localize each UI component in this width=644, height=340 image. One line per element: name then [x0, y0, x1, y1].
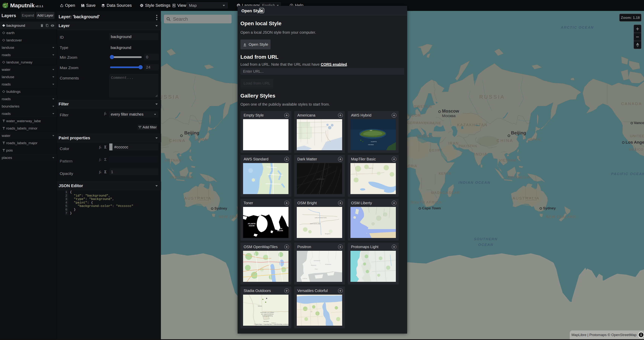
- svg-text:CANADA: CANADA: [621, 101, 642, 106]
- svg-text:KAZAKHSTAN: KAZAKHSTAN: [457, 123, 488, 127]
- svg-text:GERMANY: GERMANY: [407, 121, 426, 125]
- svg-text:PACIFIC OCEAN: PACIFIC OCEAN: [611, 172, 644, 176]
- svg-text:SWEDEN: SWEDEN: [414, 104, 432, 108]
- svg-text:RUSSIA: RUSSIA: [161, 94, 180, 100]
- svg-text:NEW ZEALAND: NEW ZEALAND: [546, 215, 576, 219]
- svg-text:UKRAINE: UKRAINE: [424, 121, 442, 125]
- svg-text:ALBERTA: ALBERTA: [371, 141, 377, 142]
- svg-text:OCEAN: OCEAN: [277, 230, 283, 232]
- svg-text:CHINA: CHINA: [497, 138, 513, 143]
- svg-text:SOUTH AFRICA: SOUTH AFRICA: [411, 200, 442, 204]
- svg-text:GERMANY: GERMANY: [314, 260, 320, 261]
- svg-text:Beijing: Beijing: [184, 130, 199, 135]
- svg-text:ROMANIA: ROMANIA: [325, 264, 331, 265]
- svg-text:Uetliberg: Uetliberg: [271, 322, 276, 324]
- svg-text:Festung Uetliberg: Festung Uetliberg: [262, 315, 273, 317]
- svg-text:AUSTRALIA: AUSTRALIA: [512, 196, 540, 200]
- svg-text:LISBOA: LISBOA: [302, 278, 307, 279]
- svg-text:Moscow: Moscow: [442, 109, 459, 113]
- svg-text:JAPAN: JAPAN: [195, 137, 208, 141]
- svg-text:Cape Town: Cape Town: [422, 206, 441, 210]
- svg-text:ITALY: ITALY: [315, 269, 318, 270]
- svg-text:VIETNAM: VIETNAM: [499, 159, 516, 162]
- svg-text:INDONESIA: INDONESIA: [170, 175, 194, 179]
- svg-text:Sydney: Sydney: [543, 206, 556, 210]
- svg-text:WürTür: WürTür: [368, 167, 374, 169]
- svg-text:ARCTIC OCEAN: ARCTIC OCEAN: [560, 25, 594, 29]
- svg-text:Sydney: Sydney: [214, 206, 227, 210]
- svg-text:GREECE: GREECE: [416, 134, 432, 138]
- svg-text:ALPENDORF: ALPENDORF: [316, 178, 325, 180]
- svg-text:UNITED ST: UNITED ST: [630, 134, 644, 138]
- svg-text:INDIA: INDIA: [474, 152, 488, 156]
- svg-text:Los Angeles: Los Angeles: [626, 140, 644, 145]
- svg-text:Innenwälle und Gräben: Innenwälle und Gräben: [260, 312, 274, 313]
- svg-text:INDIAN: INDIAN: [276, 228, 282, 230]
- svg-text:RUSSIA: RUSSIA: [479, 94, 505, 100]
- svg-text:EGYPT: EGYPT: [429, 148, 442, 152]
- svg-text:JAPAN: JAPAN: [528, 137, 541, 141]
- svg-text:Москва: Москва: [442, 113, 456, 118]
- svg-text:Uto Kulm: Uto Kulm: [264, 321, 269, 322]
- svg-text:Vancouver: Vancouver: [634, 121, 644, 125]
- svg-text:Beijing: Beijing: [511, 130, 526, 135]
- svg-text:VIETNAM: VIETNAM: [164, 159, 182, 162]
- svg-text:OSHAWA: OSHAWA: [368, 144, 374, 145]
- svg-text:SOUTHERN: SOUTHERN: [474, 237, 498, 241]
- svg-text:INDONESIA: INDONESIA: [507, 175, 530, 179]
- svg-text:Bergamo: Bergamo: [325, 233, 330, 235]
- svg-text:SWITZERLAND: SWITZERLAND: [310, 223, 321, 225]
- svg-text:LIECHTENSTEIN: LIECHTENSTEIN: [315, 217, 326, 219]
- svg-text:MEXICO: MEXICO: [629, 148, 644, 151]
- svg-text:KENYA: KENYA: [439, 172, 451, 175]
- svg-text:OCEAN: OCEAN: [478, 243, 493, 247]
- svg-text:CHINA: CHINA: [169, 138, 186, 143]
- svg-text:PAKISTAN: PAKISTAN: [458, 144, 477, 148]
- svg-text:© Stadia Maps, © OpenMapTiles,: © Stadia Maps, © OpenMapTiles, © OpenStr…: [254, 324, 288, 325]
- svg-text:der urgeschichtlichen: der urgeschichtlichen: [261, 314, 274, 315]
- svg-text:Venus: Venus: [258, 305, 262, 307]
- svg-text:MADAGASCAR: MADAGASCAR: [431, 191, 460, 195]
- svg-text:IRAN: IRAN: [448, 141, 459, 145]
- svg-text:OCEAN: OCEAN: [249, 225, 255, 227]
- svg-text:ATLANTIC: ATLANTIC: [248, 223, 256, 225]
- svg-text:FRANCE: FRANCE: [311, 265, 316, 266]
- svg-text:AUSTRALIA: AUSTRALIA: [184, 196, 212, 200]
- svg-text:INDIAN OCEAN: INDIAN OCEAN: [458, 181, 490, 185]
